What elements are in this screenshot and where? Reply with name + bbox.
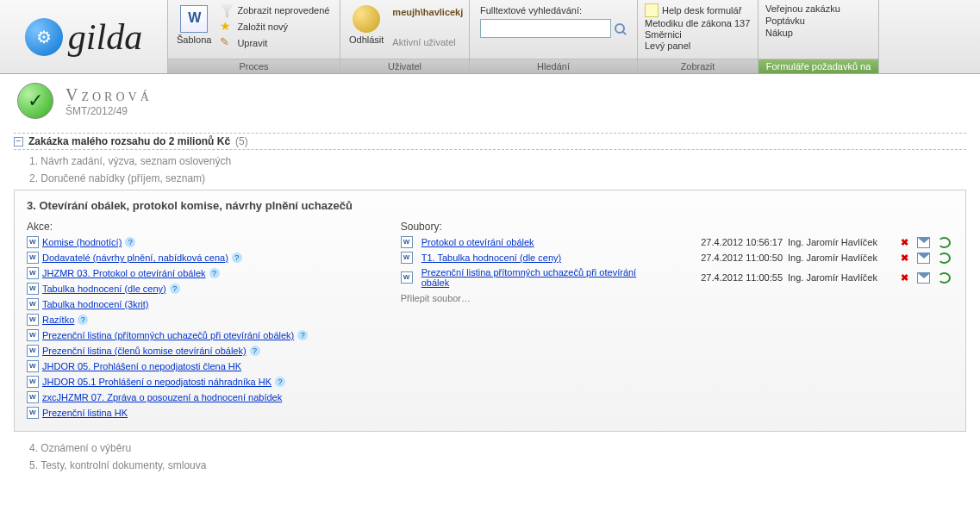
delete-icon[interactable]: ✖: [896, 237, 912, 248]
action-link[interactable]: JHDOR 05. Prohlášení o nepodjatosti člen…: [42, 361, 241, 371]
action-link[interactable]: zxcJHZMR 07. Zpráva o posouzení a hodnoc…: [42, 392, 282, 402]
actions-label: Akce:: [27, 221, 384, 233]
helpdesk-link[interactable]: Help desk formulář: [645, 3, 750, 17]
action-item: Tabulka hodnocení (dle ceny)?: [27, 283, 384, 295]
action-link[interactable]: Dodavatelé (návrhy plnění, nabídková cen…: [42, 253, 228, 263]
mail-icon[interactable]: [917, 272, 930, 284]
action-link[interactable]: Razítko: [42, 315, 74, 325]
word-icon: [27, 283, 39, 295]
new-button[interactable]: ★ Založit nový: [220, 20, 329, 34]
ribbon-group-user: Odhlásit meujh\havlicekj Aktivní uživate…: [340, 0, 470, 73]
logo: ⚙ gilda: [0, 0, 168, 73]
file-row: T1. Tabulka hodnocení (dle ceny)27.4.201…: [401, 252, 953, 264]
search-icon[interactable]: [615, 23, 625, 34]
page-title: Vzorová: [66, 85, 153, 105]
top-ribbon: ⚙ gilda Šablona Zobrazit neprovedené ★ Z…: [0, 0, 980, 74]
page-subtitle: ŠMT/2012/49: [66, 105, 153, 117]
inquiry-link[interactable]: Poptávku: [765, 16, 840, 26]
actions-column: Akce: Komise (hodnotící)?Dodavatelé (náv…: [27, 221, 384, 422]
step-1[interactable]: 1. Návrh zadání, výzva, seznam oslovenýc…: [29, 155, 966, 167]
logo-text: gilda: [68, 16, 142, 58]
methodology-link[interactable]: Metodiku dle zákona 137: [645, 18, 750, 28]
help-icon[interactable]: ?: [297, 330, 308, 340]
ribbon-group-search: Fulltextové vyhledávání: Hledání: [470, 0, 638, 73]
mail-icon[interactable]: [917, 253, 930, 264]
action-link[interactable]: Prezenční listina HK: [42, 408, 128, 418]
steps-container: − Zakázka malého rozsahu do 2 milionů Kč…: [0, 124, 980, 492]
attach-file-link[interactable]: Přilepit soubor…: [401, 293, 953, 303]
file-time: 27.4.2012 10:56:17: [653, 237, 783, 247]
action-link[interactable]: Tabulka hodnocení (3krit): [42, 299, 149, 309]
step-2[interactable]: 2. Doručené nabídky (příjem, seznam): [29, 172, 966, 184]
mail-icon[interactable]: [917, 237, 930, 248]
action-link[interactable]: Prezenční listina (přítomných uchazečů p…: [42, 330, 294, 340]
action-item: Dodavatelé (návrhy plnění, nabídková cen…: [27, 252, 384, 264]
file-row: Prezenční listina přítomných uchazečů př…: [401, 267, 953, 288]
step-4[interactable]: 4. Oznámení o výběru: [29, 442, 966, 454]
action-link[interactable]: JHZMR 03. Protokol o otevírání obálek: [42, 268, 206, 278]
word-icon: [180, 5, 208, 33]
action-link[interactable]: Tabulka hodnocení (dle ceny): [42, 284, 166, 294]
action-link[interactable]: Komise (hodnotící): [42, 237, 122, 247]
help-icon[interactable]: ?: [275, 377, 285, 387]
note-icon: [645, 3, 659, 17]
group-label: Hledání: [470, 59, 637, 73]
group-label: Uživatel: [340, 59, 469, 73]
help-icon[interactable]: ?: [125, 237, 135, 247]
file-link[interactable]: Protokol o otevírání obálek: [421, 237, 648, 247]
help-icon[interactable]: ?: [250, 346, 260, 356]
file-link[interactable]: T1. Tabulka hodnocení (dle ceny): [421, 253, 648, 263]
word-icon: [27, 407, 39, 419]
word-icon: [27, 360, 39, 372]
word-icon: [27, 314, 39, 326]
pencil-icon: ✎: [220, 36, 234, 50]
action-link[interactable]: JHDOR 05.1 Prohlášení o nepodjatosti náh…: [42, 377, 272, 387]
show-unexecuted-button[interactable]: Zobrazit neprovedené: [220, 3, 329, 17]
word-icon: [27, 345, 39, 357]
file-link[interactable]: Prezenční listina přítomných uchazečů př…: [421, 267, 648, 288]
word-icon: [401, 252, 413, 264]
delete-icon[interactable]: ✖: [896, 272, 912, 284]
help-icon[interactable]: ?: [78, 315, 88, 325]
delete-icon[interactable]: ✖: [896, 253, 912, 264]
step-5[interactable]: 5. Testy, kontrolní dokumenty, smlouva: [29, 459, 966, 471]
directive-link[interactable]: Směrnici: [645, 29, 750, 40]
action-item: Prezenční listina (členů komise otevírán…: [27, 345, 384, 357]
check-icon: ✓: [17, 83, 53, 119]
file-row: Protokol o otevírání obálek27.4.2012 10:…: [401, 236, 953, 248]
help-icon[interactable]: ?: [170, 284, 180, 294]
action-item: Prezenční listina (přítomných uchazečů p…: [27, 329, 384, 341]
search-input[interactable]: [480, 19, 611, 38]
word-icon: [401, 271, 413, 284]
action-item: zxcJHZMR 07. Zpráva o posouzení a hodnoc…: [27, 391, 384, 403]
collapse-icon[interactable]: −: [14, 137, 23, 147]
key-icon: [353, 5, 380, 33]
file-time: 27.4.2012 11:00:50: [653, 253, 783, 263]
action-item: Tabulka hodnocení (3krit): [27, 298, 384, 310]
help-icon[interactable]: ?: [232, 253, 242, 263]
action-item: JHDOR 05.1 Prohlášení o nepodjatosti náh…: [27, 376, 384, 388]
left-panel-link[interactable]: Levý panel: [645, 41, 750, 51]
action-link[interactable]: Prezenční listina (členů komise otevírán…: [42, 346, 247, 356]
refresh-icon[interactable]: [938, 253, 951, 264]
public-tender-link[interactable]: Veřejnou zakázku: [765, 3, 840, 14]
search-label: Fulltextové vyhledávání:: [480, 5, 582, 16]
refresh-icon[interactable]: [938, 237, 951, 248]
word-icon: [27, 252, 39, 264]
group-label: Proces: [168, 59, 340, 73]
logout-button[interactable]: Odhlásit: [344, 2, 389, 59]
step-group-header[interactable]: − Zakázka malého rozsahu do 2 milionů Kč…: [14, 133, 966, 150]
star-icon: ★: [220, 20, 234, 34]
template-button[interactable]: Šablona: [172, 2, 216, 59]
refresh-icon[interactable]: [938, 272, 951, 284]
help-icon[interactable]: ?: [209, 268, 220, 278]
word-icon: [27, 391, 39, 403]
edit-button[interactable]: ✎ Upravit: [220, 36, 329, 50]
action-item: JHDOR 05. Prohlášení o nepodjatosti člen…: [27, 360, 384, 372]
purchase-link[interactable]: Nákup: [765, 28, 840, 38]
ribbon-group-show: Help desk formulář Metodiku dle zákona 1…: [638, 0, 758, 73]
group-label: Zobrazit: [638, 59, 758, 73]
username-label: meujh\havlicekj: [392, 7, 463, 17]
word-icon: [27, 267, 39, 279]
files-label: Soubory:: [401, 221, 953, 233]
